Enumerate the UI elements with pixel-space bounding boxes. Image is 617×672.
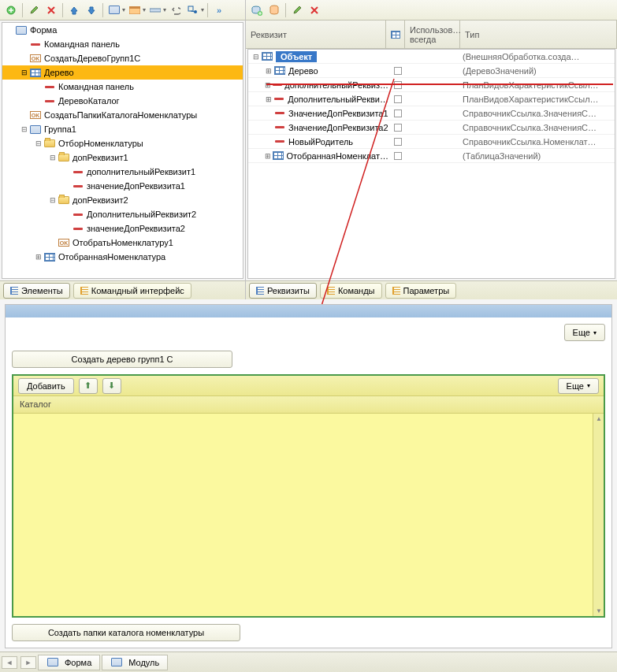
panel-tab[interactable]: Командный интерфейс bbox=[73, 283, 191, 299]
col-attribute[interactable]: Реквизит bbox=[246, 20, 386, 48]
expand-icon[interactable] bbox=[264, 123, 273, 132]
table-body[interactable] bbox=[13, 414, 604, 616]
tree-item[interactable]: ⊟Группа1 bbox=[2, 122, 243, 136]
expand-icon[interactable]: ⊞ bbox=[264, 66, 273, 76]
editor-tab[interactable]: Модуль bbox=[102, 655, 168, 670]
use-checkbox[interactable] bbox=[394, 110, 402, 117]
attribute-row[interactable]: ⊞Дерево(ДеревоЗначений) bbox=[248, 64, 615, 78]
delete-attr-icon[interactable] bbox=[307, 2, 322, 18]
panel-tab[interactable]: Параметры bbox=[385, 283, 457, 299]
dash-icon bbox=[273, 108, 286, 119]
attribute-row[interactable]: ⊞дополнительныйРеквиз…ПланВидовХарактери… bbox=[248, 78, 615, 92]
tree-item[interactable]: значениеДопРеквизита1 bbox=[2, 179, 243, 193]
expand-icon[interactable]: ⊟ bbox=[20, 68, 29, 77]
use-checkbox[interactable] bbox=[394, 152, 402, 160]
tree-item[interactable]: OKОтобратьНоменклатуру1 bbox=[2, 236, 243, 250]
insert-field-icon[interactable] bbox=[147, 2, 163, 18]
expand-icon[interactable] bbox=[20, 110, 29, 120]
row-up-button[interactable]: ⬆ bbox=[79, 378, 98, 394]
attr-type: ПланВидовХарактеристикСсыл… bbox=[463, 95, 615, 104]
tree-item[interactable]: ⊟допРеквизит2 bbox=[2, 193, 243, 207]
create-folders-button[interactable]: Создать папки каталога номенклатуры bbox=[12, 624, 240, 641]
expand-icon[interactable]: ⊞ bbox=[264, 151, 273, 161]
use-checkbox[interactable] bbox=[394, 67, 402, 75]
expand-icon[interactable] bbox=[62, 210, 72, 219]
insert-form-icon[interactable] bbox=[106, 2, 122, 18]
tree-item[interactable]: Форма bbox=[2, 23, 243, 37]
attribute-row[interactable]: ЗначениеДопРеквизита2СправочникСсылка.Зн… bbox=[248, 121, 615, 135]
db-add-icon[interactable] bbox=[249, 2, 265, 18]
table-icon bbox=[261, 51, 273, 62]
tree-item[interactable]: OKСоздатьПапкиКаталогаНоменклатуры bbox=[2, 108, 243, 122]
expand-icon[interactable] bbox=[20, 54, 29, 63]
move-down-icon[interactable] bbox=[84, 2, 99, 18]
attribute-row[interactable]: ⊟Объект(ВнешняяОбработка.созда… bbox=[248, 50, 615, 64]
expand-icon[interactable]: ⊞ bbox=[34, 252, 43, 262]
expand-icon[interactable]: ⊟ bbox=[20, 124, 29, 134]
tree-item[interactable]: ⊟Дерево bbox=[2, 65, 243, 80]
expand-icon[interactable] bbox=[264, 109, 273, 118]
move-up-icon[interactable] bbox=[66, 2, 82, 18]
table-column-header[interactable]: Каталог bbox=[13, 396, 604, 414]
tree-item[interactable]: ⊟допРеквизит1 bbox=[2, 150, 243, 165]
db-columns-icon[interactable] bbox=[266, 2, 282, 18]
create-tree-button[interactable]: Создать дерево групп1 С bbox=[12, 351, 232, 368]
tree-item[interactable]: дополнительныйРеквизит1 bbox=[2, 165, 243, 179]
edit-attr-icon[interactable] bbox=[289, 2, 305, 18]
scroll-right-icon[interactable]: ► bbox=[20, 656, 36, 669]
col-icon[interactable] bbox=[386, 20, 405, 48]
expand-icon[interactable]: ⊟ bbox=[251, 52, 261, 61]
attribute-row[interactable]: ЗначениеДопРеквизита1СправочникСсылка.Зн… bbox=[248, 106, 615, 121]
attribute-row[interactable]: ⊞ДополнительныйРекви…ПланВидовХарактерис… bbox=[248, 92, 615, 106]
form-tree[interactable]: ФормаКомандная панельOKСоздатьДеревоГруп… bbox=[2, 22, 243, 279]
more-icon[interactable]: » bbox=[211, 2, 227, 18]
add-icon[interactable] bbox=[3, 2, 19, 18]
expand-icon[interactable] bbox=[48, 238, 58, 247]
tree-item[interactable]: ДеревоКаталог bbox=[2, 94, 243, 108]
expand-icon[interactable]: ⊟ bbox=[48, 153, 58, 162]
expand-icon[interactable] bbox=[34, 82, 43, 91]
table-more-button[interactable]: Еще▾ bbox=[558, 378, 599, 394]
tree-item[interactable]: ⊟ОтборНоменклатуры bbox=[2, 136, 243, 150]
table-scrollbar[interactable] bbox=[593, 414, 604, 616]
expand-icon[interactable] bbox=[20, 39, 29, 49]
delete-icon[interactable] bbox=[43, 2, 59, 18]
expand-icon[interactable]: ⊟ bbox=[48, 195, 58, 205]
expand-icon[interactable] bbox=[62, 167, 72, 176]
tree-item[interactable]: Командная панель bbox=[2, 80, 243, 94]
insert-panel-icon[interactable] bbox=[127, 2, 143, 18]
use-checkbox[interactable] bbox=[394, 124, 402, 132]
attribute-row[interactable]: ⊞ОтобраннаяНоменклат…(ТаблицаЗначений) bbox=[248, 149, 615, 163]
expand-icon[interactable] bbox=[62, 181, 72, 191]
panel-tab[interactable]: Реквизиты bbox=[249, 283, 317, 299]
row-down-button[interactable]: ⬇ bbox=[102, 378, 121, 394]
tree-item[interactable]: ⊞ОтобраннаяНоменклатура bbox=[2, 250, 243, 264]
bind-icon[interactable] bbox=[185, 2, 201, 18]
attribute-row[interactable]: НовыйРодительСправочникСсылка.Номенклат… bbox=[248, 135, 615, 149]
tree-item[interactable]: ДополнительныйРеквизит2 bbox=[2, 207, 243, 221]
col-use-always[interactable]: Использов…всегда bbox=[405, 20, 460, 48]
attr-name: ЗначениеДопРеквизита1 bbox=[288, 109, 388, 118]
expand-icon[interactable] bbox=[62, 224, 72, 233]
dash-icon bbox=[72, 166, 84, 177]
panel-tab[interactable]: Элементы bbox=[3, 283, 70, 299]
tree-item[interactable]: значениеДопРеквизита2 bbox=[2, 221, 243, 236]
expand-icon[interactable] bbox=[6, 25, 15, 35]
expand-icon[interactable] bbox=[264, 137, 273, 147]
expand-icon[interactable] bbox=[34, 96, 43, 106]
tree-item[interactable]: Командная панель bbox=[2, 37, 243, 51]
edit-icon[interactable] bbox=[26, 2, 42, 18]
add-row-button[interactable]: Добавить bbox=[18, 378, 74, 394]
tree-item[interactable]: OKСоздатьДеревоГрупп1С bbox=[2, 51, 243, 65]
editor-tab[interactable]: Форма bbox=[38, 655, 100, 670]
use-checkbox[interactable] bbox=[394, 138, 402, 146]
expand-icon[interactable]: ⊞ bbox=[264, 95, 273, 104]
table-icon bbox=[29, 67, 42, 78]
col-type[interactable]: Тип bbox=[460, 20, 617, 48]
scroll-left-icon[interactable]: ◄ bbox=[2, 656, 17, 669]
use-checkbox[interactable] bbox=[394, 95, 402, 103]
more-button[interactable]: Еще▾ bbox=[564, 324, 605, 341]
undo-icon[interactable] bbox=[168, 2, 184, 18]
expand-icon[interactable]: ⊟ bbox=[34, 139, 43, 148]
panel-tab[interactable]: Команды bbox=[320, 283, 382, 299]
